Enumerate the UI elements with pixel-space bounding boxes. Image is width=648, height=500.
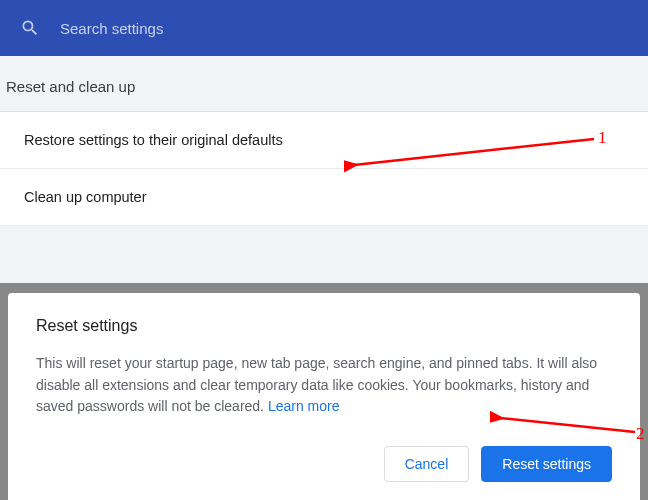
annotation-number-1: 1 xyxy=(598,128,607,148)
search-input[interactable] xyxy=(60,20,628,37)
reset-settings-dialog: Reset settings This will reset your star… xyxy=(8,293,640,500)
search-icon xyxy=(20,18,40,38)
settings-list: Restore settings to their original defau… xyxy=(0,111,648,226)
section-title: Reset and clean up xyxy=(0,56,648,111)
settings-item-clean-up[interactable]: Clean up computer xyxy=(0,169,648,226)
settings-item-restore-defaults[interactable]: Restore settings to their original defau… xyxy=(0,112,648,169)
dialog-body: This will reset your startup page, new t… xyxy=(36,353,612,418)
dialog-actions: Cancel Reset settings xyxy=(36,446,612,482)
dialog-overlay: Reset settings This will reset your star… xyxy=(0,283,648,500)
annotation-number-2: 2 xyxy=(636,424,645,444)
search-bar xyxy=(0,0,648,56)
dialog-title: Reset settings xyxy=(36,317,612,335)
learn-more-link[interactable]: Learn more xyxy=(268,398,340,414)
cancel-button[interactable]: Cancel xyxy=(384,446,470,482)
reset-settings-button[interactable]: Reset settings xyxy=(481,446,612,482)
